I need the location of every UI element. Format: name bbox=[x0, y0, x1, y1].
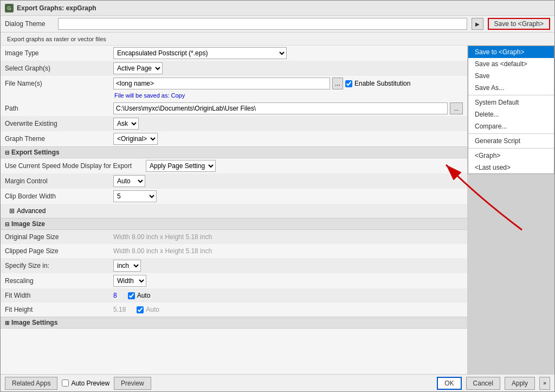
menu-item-compare[interactable]: Compare... bbox=[468, 120, 554, 132]
window-icon: G bbox=[5, 4, 14, 12]
menu-separator-2 bbox=[468, 133, 554, 134]
menu-separator-3 bbox=[468, 148, 554, 149]
rescaling-select[interactable]: Width Height None bbox=[113, 275, 146, 287]
fit-width-auto-checkbox[interactable] bbox=[128, 292, 135, 299]
export-settings-label: Export Settings bbox=[11, 149, 60, 156]
menu-item-generate-script[interactable]: Generate Script bbox=[468, 135, 554, 147]
overwrite-existing-row: Overwrite Existing Ask Yes No bbox=[1, 116, 467, 131]
speed-mode-control: Apply Page Setting Yes No bbox=[146, 160, 463, 172]
select-graphs-select[interactable]: Active Page All Graphs bbox=[113, 62, 163, 74]
file-save-note: File will be saved as: Copy bbox=[1, 91, 467, 101]
clipped-page-size-label: Clipped Page Size bbox=[5, 247, 113, 255]
export-settings-header[interactable]: ⊟ Export Settings bbox=[1, 146, 467, 158]
clipped-page-size-control: Width 8.00 inch x Height 5.18 inch bbox=[113, 247, 463, 255]
path-browse-button[interactable]: ... bbox=[450, 102, 463, 114]
fit-height-control: 5.18 Auto bbox=[113, 306, 463, 313]
ok-button[interactable]: OK bbox=[437, 377, 461, 390]
right-panel: Save to <Graph> Save as <default> Save S… bbox=[468, 46, 554, 374]
rescaling-control: Width Height None bbox=[113, 275, 463, 287]
advanced-expand-icon: ⊞ bbox=[9, 207, 15, 215]
graph-theme-select[interactable]: <Original> <None> bbox=[113, 133, 158, 145]
fit-width-row: Fit Width 8 Auto bbox=[1, 288, 467, 303]
menu-separator-1 bbox=[468, 95, 554, 95]
image-size-header[interactable]: ⊟ Image Size bbox=[1, 218, 467, 230]
image-type-control: Encapsulated Postscript (*.eps) PNG JPEG bbox=[113, 47, 463, 59]
menu-item-save-as[interactable]: Save As... bbox=[468, 82, 554, 94]
auto-preview-label[interactable]: Auto Preview bbox=[62, 380, 109, 387]
fit-height-auto-label[interactable]: Auto bbox=[137, 306, 159, 313]
advanced-row[interactable]: ⊞ Advanced bbox=[1, 204, 467, 218]
dialog-theme-arrow-button[interactable]: ▶ bbox=[472, 18, 483, 30]
speed-mode-label: Use Current Speed Mode Display for Expor… bbox=[5, 162, 146, 170]
dropdown-menu: Save to <Graph> Save as <default> Save S… bbox=[468, 46, 554, 174]
margin-control-select[interactable]: Auto Tight Loose bbox=[113, 175, 145, 187]
preview-button[interactable]: Preview bbox=[114, 377, 151, 390]
margin-control-row: Margin Control Auto Tight Loose bbox=[1, 173, 467, 189]
menu-item-system-default[interactable]: System Default bbox=[468, 97, 554, 108]
dialog-theme-input[interactable] bbox=[58, 18, 467, 30]
specify-size-in-select[interactable]: inch cm mm pixel bbox=[113, 260, 141, 272]
menu-item-save-as-default[interactable]: Save as <default> bbox=[468, 58, 554, 70]
clip-border-width-select[interactable]: 5 0 1 2 3 4 10 bbox=[113, 190, 157, 202]
image-type-select[interactable]: Encapsulated Postscript (*.eps) PNG JPEG bbox=[113, 47, 287, 59]
enable-substitution-checkbox[interactable] bbox=[345, 80, 352, 87]
speed-mode-row: Use Current Speed Mode Display for Expor… bbox=[1, 158, 467, 173]
fit-width-control: 8 Auto bbox=[113, 292, 463, 299]
collapse-button[interactable]: » bbox=[539, 377, 550, 390]
original-page-size-control: Width 8.00 inch x Height 5.18 inch bbox=[113, 233, 463, 241]
file-names-dots-button[interactable]: ... bbox=[332, 78, 343, 89]
fit-height-label: Fit Height bbox=[5, 306, 113, 313]
file-names-control: ... Enable Substitution bbox=[113, 78, 463, 89]
specify-size-in-control: inch cm mm pixel bbox=[113, 260, 463, 272]
path-row: Path ... bbox=[1, 101, 467, 116]
enable-substitution-label[interactable]: Enable Substitution bbox=[345, 80, 410, 87]
cancel-button[interactable]: Cancel bbox=[466, 377, 500, 390]
overwrite-existing-select[interactable]: Ask Yes No bbox=[113, 118, 139, 130]
fit-height-auto-checkbox[interactable] bbox=[137, 306, 144, 313]
file-names-input[interactable] bbox=[113, 78, 330, 89]
apply-button[interactable]: Apply bbox=[505, 377, 535, 390]
related-apps-button[interactable]: Related Apps bbox=[5, 377, 57, 390]
clipped-page-size-row: Clipped Page Size Width 8.00 inch x Heig… bbox=[1, 244, 467, 258]
margin-control-label: Margin Control bbox=[5, 177, 113, 185]
graph-theme-row: Graph Theme <Original> <None> bbox=[1, 131, 467, 146]
window-title: Export Graphs: expGraph bbox=[17, 4, 96, 12]
original-page-size-value: Width 8.00 inch x Height 5.18 inch bbox=[113, 233, 212, 241]
image-settings-label: Image Settings bbox=[11, 319, 57, 326]
menu-item-delete[interactable]: Delete... bbox=[468, 108, 554, 120]
overwrite-existing-control: Ask Yes No bbox=[113, 118, 463, 130]
file-names-label: File Name(s) bbox=[5, 80, 113, 87]
title-bar: G Export Graphs: expGraph bbox=[1, 1, 554, 16]
graph-theme-control: <Original> <None> bbox=[113, 133, 463, 145]
fit-width-auto-label[interactable]: Auto bbox=[128, 292, 151, 299]
margin-control-control: Auto Tight Loose bbox=[113, 175, 463, 187]
image-settings-header[interactable]: ⊞ Image Settings bbox=[1, 317, 467, 329]
menu-item-save[interactable]: Save bbox=[468, 70, 554, 82]
fit-height-value: 5.18 bbox=[113, 306, 126, 313]
advanced-label: Advanced bbox=[17, 207, 46, 215]
main-window: G Export Graphs: expGraph Dialog Theme ▶… bbox=[0, 0, 555, 392]
image-type-row: Image Type Encapsulated Postscript (*.ep… bbox=[1, 46, 467, 61]
overwrite-existing-label: Overwrite Existing bbox=[5, 120, 113, 127]
menu-item-save-to-graph[interactable]: Save to <Graph> bbox=[468, 46, 554, 58]
path-label: Path bbox=[5, 105, 113, 112]
empty-space bbox=[1, 329, 467, 374]
menu-item-last-used[interactable]: <Last used> bbox=[468, 162, 554, 173]
speed-mode-select[interactable]: Apply Page Setting Yes No bbox=[146, 160, 216, 172]
specify-size-in-row: Specify Size in: inch cm mm pixel bbox=[1, 258, 467, 273]
graph-theme-label: Graph Theme bbox=[5, 135, 113, 143]
fit-width-label: Fit Width bbox=[5, 292, 113, 299]
auto-preview-checkbox[interactable] bbox=[62, 380, 69, 387]
bottom-bar: Related Apps Auto Preview Preview OK Can… bbox=[1, 374, 554, 391]
save-to-graph-button[interactable]: Save to <Graph> bbox=[488, 18, 550, 30]
image-size-label: Image Size bbox=[11, 220, 45, 228]
rescaling-row: Rescaling Width Height None bbox=[1, 273, 467, 288]
clipped-page-size-value: Width 8.00 inch x Height 5.18 inch bbox=[113, 247, 212, 255]
path-input[interactable] bbox=[113, 102, 448, 114]
menu-item-graph[interactable]: <Graph> bbox=[468, 150, 554, 162]
original-page-size-row: Original Page Size Width 8.00 inch x Hei… bbox=[1, 230, 467, 244]
subtitle: Export graphs as raster or vector files bbox=[1, 33, 554, 46]
clip-border-width-control: 5 0 1 2 3 4 10 bbox=[113, 190, 463, 202]
select-graphs-control: Active Page All Graphs bbox=[113, 62, 463, 74]
original-page-size-label: Original Page Size bbox=[5, 233, 113, 241]
